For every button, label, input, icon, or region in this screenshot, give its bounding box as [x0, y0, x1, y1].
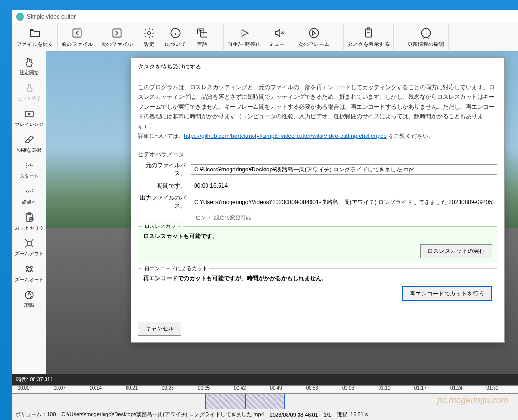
- info-icon: [169, 26, 182, 40]
- prev-icon: [71, 26, 83, 40]
- play-range-icon: [23, 108, 35, 120]
- out-path-hint: ヒント: 設定で変更可能: [196, 213, 497, 221]
- next-file-button[interactable]: 次のファイル: [97, 24, 137, 50]
- ruler-tick: 00:35: [198, 386, 210, 391]
- ruler-tick: 01:10: [378, 386, 390, 391]
- page-status: 1/1: [324, 412, 331, 418]
- ruler-tick: 00:42: [234, 386, 246, 391]
- ruler-tick: 00:07: [54, 386, 66, 391]
- video-params-title: ビデオパラメータ: [138, 150, 497, 159]
- mute-icon: [273, 26, 286, 40]
- task-dialog: タスクを待ち受けにする このプログラムは、ロスレスカッティングと、元のファイルの…: [131, 57, 505, 343]
- reencode-legend: 再エンコードによるカット: [142, 265, 209, 272]
- zoom-out-icon: [23, 237, 35, 250]
- ruler-tick: 00:00: [18, 386, 30, 391]
- svg-rect-10: [25, 111, 33, 117]
- svg-point-14: [26, 266, 28, 268]
- go-start-icon: [23, 159, 35, 172]
- timeline-ruler[interactable]: 00:0000:0700:1400:2100:2800:3500:4200:49…: [12, 385, 518, 394]
- language-icon: [196, 26, 208, 40]
- src-path-label: 元のファイルパス。: [138, 161, 191, 178]
- ruler-tick: 00:21: [126, 386, 138, 391]
- window-title: Simple video cutter: [27, 13, 76, 20]
- ruler-tick: 01:24: [450, 386, 462, 391]
- wiki-link[interactable]: https://github.com/bartekmotyl/simple-vi…: [184, 133, 387, 139]
- timeline-track[interactable]: [12, 394, 518, 409]
- ruler-tick: 01:17: [414, 386, 426, 391]
- sidebar: 設定開始 セット終了 プレイレンジ 明確な選択 スタート 終点へ: [12, 51, 46, 374]
- main-toolbar: ファイルを開く 前のファイル 次のファイル 設定 について 言語 再生/一時停止: [12, 23, 518, 51]
- svg-point-17: [30, 270, 32, 272]
- out-path-input[interactable]: [191, 197, 497, 207]
- folder-open-icon: [29, 26, 41, 40]
- statusbar: ボリューム：100 C:¥Users¥mogeringo¥Desktop¥淡路島…: [12, 409, 518, 420]
- reencode-section: 再エンコードによるカット 再エンコードでのカットも可能ですが、時間がかかるかもし…: [138, 268, 497, 306]
- about-button[interactable]: について: [161, 24, 190, 50]
- zoom-out-button[interactable]: ズームアウト: [12, 234, 46, 260]
- ruler-tick: 00:49: [270, 386, 282, 391]
- selection-status: 選択: 16.51 s: [337, 411, 368, 418]
- to-start-button[interactable]: スタート: [12, 157, 46, 182]
- play-pause-button[interactable]: 再生/一時停止: [224, 24, 265, 50]
- cancel-button[interactable]: キャンセル: [138, 322, 181, 336]
- next-icon: [111, 26, 123, 40]
- do-cut-button[interactable]: カットを行う: [12, 208, 46, 234]
- svg-point-16: [26, 270, 28, 272]
- zoom-auto-button[interactable]: ズームオート: [12, 260, 46, 286]
- show-tasks-button[interactable]: タスクを表示する: [344, 24, 394, 50]
- app-icon: [16, 13, 24, 21]
- language-button[interactable]: 言語: [190, 24, 214, 50]
- hand-start-icon: [23, 56, 35, 68]
- lossless-legend: ロスレスカット: [142, 223, 183, 230]
- step-forward-icon: [308, 26, 320, 40]
- next-frame-button[interactable]: 次のフレーム: [294, 24, 334, 50]
- svg-point-2: [147, 32, 150, 35]
- play-range-button[interactable]: プレイレンジ: [12, 105, 46, 131]
- filepath-status: C:¥Users¥mogeringo¥Desktop¥淡路島一周(アワイチ) ロ…: [61, 411, 264, 418]
- set-end-button[interactable]: セット終了: [12, 79, 46, 105]
- prev-file-button[interactable]: 前のファイル: [58, 24, 97, 50]
- titlebar: Simple video cutter: [12, 10, 518, 23]
- clipboard-icon: [362, 26, 375, 40]
- current-button[interactable]: 現職: [12, 286, 46, 312]
- target-icon: [23, 289, 35, 301]
- zoom-auto-icon: [23, 263, 35, 275]
- dialog-title: タスクを待ち受けにする: [131, 58, 504, 76]
- src-path-input[interactable]: [191, 164, 497, 175]
- ruler-tick: 00:28: [162, 386, 174, 391]
- hand-end-icon: [23, 82, 35, 94]
- lossless-message: ロスレスカットも可能です。: [143, 232, 492, 240]
- lossless-section: ロスレスカット ロスレスカットも可能です。 ロスレスカットの実行: [138, 226, 497, 263]
- update-icon: [420, 26, 432, 40]
- gear-icon: [143, 26, 155, 40]
- go-end-icon: [23, 185, 35, 198]
- duration-input[interactable]: [191, 181, 497, 191]
- clear-selection-button[interactable]: 明確な選択: [12, 131, 46, 157]
- play-icon: [238, 26, 251, 40]
- eraser-icon: [23, 134, 35, 146]
- settings-button[interactable]: 設定: [137, 24, 161, 50]
- ruler-tick: 00:14: [90, 386, 102, 391]
- svg-rect-0: [73, 29, 81, 37]
- reencode-execute-button[interactable]: 再エンコードでカットを行う: [402, 286, 492, 301]
- check-update-button[interactable]: 更新情報の確認: [403, 24, 449, 50]
- open-file-button[interactable]: ファイルを開く: [12, 24, 58, 50]
- timeline: 時間: 00:37:311 00:0000:0700:1400:2100:280…: [12, 374, 518, 409]
- out-path-label: 出力ファイルのパス。: [138, 194, 191, 210]
- start-settings-button[interactable]: 設定開始: [12, 53, 46, 79]
- volume-status: ボリューム：100: [15, 411, 56, 418]
- svg-rect-1: [113, 29, 121, 37]
- mute-button[interactable]: ミュート: [265, 24, 294, 50]
- dialog-description: このプログラムは、ロスレスカッティングと、元のファイルの一部を再エンコードしてカ…: [138, 79, 497, 147]
- playhead[interactable]: [245, 394, 246, 409]
- ruler-tick: 01:03: [342, 386, 354, 391]
- lossless-execute-button[interactable]: ロスレスカットの実行: [420, 244, 492, 258]
- clipboard-add-icon: [23, 211, 35, 224]
- datetime-status: 2023/08/09 08:46:01: [270, 412, 318, 418]
- duration-label: 期間です。: [138, 182, 191, 190]
- svg-point-15: [30, 266, 32, 268]
- svg-point-6: [309, 28, 319, 38]
- to-end-button[interactable]: 終点へ: [12, 182, 46, 208]
- reencode-message: 再エンコードでのカットも可能ですが、時間がかかるかもしれません。: [143, 274, 492, 283]
- ruler-tick: 01:31: [486, 386, 498, 391]
